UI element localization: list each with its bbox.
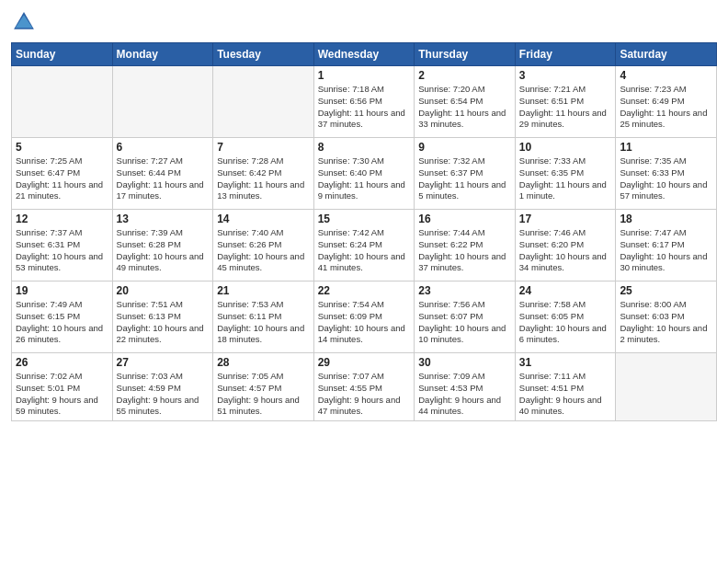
calendar-day: 10Sunrise: 7:33 AM Sunset: 6:35 PM Dayli… bbox=[515, 138, 616, 210]
calendar-week-5: 26Sunrise: 7:02 AM Sunset: 5:01 PM Dayli… bbox=[12, 353, 717, 421]
day-number: 26 bbox=[16, 356, 108, 369]
day-header-thursday: Thursday bbox=[415, 43, 516, 66]
day-number: 14 bbox=[217, 213, 310, 225]
calendar-week-1: 1Sunrise: 7:18 AM Sunset: 6:56 PM Daylig… bbox=[12, 66, 717, 138]
calendar-week-4: 19Sunrise: 7:49 AM Sunset: 6:15 PM Dayli… bbox=[12, 282, 717, 353]
calendar-day: 29Sunrise: 7:07 AM Sunset: 4:55 PM Dayli… bbox=[313, 353, 415, 421]
calendar-day: 1Sunrise: 7:18 AM Sunset: 6:56 PM Daylig… bbox=[313, 66, 415, 138]
day-number: 16 bbox=[418, 213, 511, 225]
day-number: 13 bbox=[117, 213, 210, 225]
calendar-day: 14Sunrise: 7:40 AM Sunset: 6:26 PM Dayli… bbox=[213, 210, 314, 282]
day-number: 29 bbox=[318, 356, 411, 369]
day-info: Sunrise: 7:30 AM Sunset: 6:40 PM Dayligh… bbox=[318, 155, 411, 202]
calendar-day: 12Sunrise: 7:37 AM Sunset: 6:31 PM Dayli… bbox=[12, 210, 113, 282]
calendar-day: 17Sunrise: 7:46 AM Sunset: 6:20 PM Dayli… bbox=[515, 210, 616, 282]
calendar-day: 16Sunrise: 7:44 AM Sunset: 6:22 PM Dayli… bbox=[415, 210, 516, 282]
day-info: Sunrise: 7:39 AM Sunset: 6:28 PM Dayligh… bbox=[117, 227, 210, 274]
day-info: Sunrise: 7:49 AM Sunset: 6:15 PM Dayligh… bbox=[16, 299, 108, 346]
calendar-header-row: SundayMondayTuesdayWednesdayThursdayFrid… bbox=[12, 43, 717, 66]
day-number: 10 bbox=[519, 141, 612, 154]
day-number: 6 bbox=[117, 141, 210, 154]
day-info: Sunrise: 7:53 AM Sunset: 6:11 PM Dayligh… bbox=[217, 299, 310, 346]
page-container: SundayMondayTuesdayWednesdayThursdayFrid… bbox=[0, 0, 728, 429]
logo bbox=[11, 9, 40, 35]
calendar-day: 19Sunrise: 7:49 AM Sunset: 6:15 PM Dayli… bbox=[12, 282, 113, 353]
day-info: Sunrise: 7:35 AM Sunset: 6:33 PM Dayligh… bbox=[620, 155, 712, 202]
calendar-week-2: 5Sunrise: 7:25 AM Sunset: 6:47 PM Daylig… bbox=[12, 138, 717, 210]
day-number: 4 bbox=[620, 69, 712, 82]
day-info: Sunrise: 7:54 AM Sunset: 6:09 PM Dayligh… bbox=[318, 299, 411, 346]
calendar-day: 27Sunrise: 7:03 AM Sunset: 4:59 PM Dayli… bbox=[112, 353, 213, 421]
calendar-week-3: 12Sunrise: 7:37 AM Sunset: 6:31 PM Dayli… bbox=[12, 210, 717, 282]
day-number: 8 bbox=[318, 141, 411, 154]
day-info: Sunrise: 7:46 AM Sunset: 6:20 PM Dayligh… bbox=[519, 227, 612, 274]
calendar-day bbox=[112, 66, 213, 138]
calendar-day: 11Sunrise: 7:35 AM Sunset: 6:33 PM Dayli… bbox=[616, 138, 717, 210]
day-info: Sunrise: 7:18 AM Sunset: 6:56 PM Dayligh… bbox=[318, 84, 411, 131]
day-number: 28 bbox=[217, 356, 310, 369]
day-info: Sunrise: 7:32 AM Sunset: 6:37 PM Dayligh… bbox=[418, 155, 511, 202]
calendar-day: 3Sunrise: 7:21 AM Sunset: 6:51 PM Daylig… bbox=[515, 66, 616, 138]
day-number: 15 bbox=[318, 213, 411, 225]
day-info: Sunrise: 7:42 AM Sunset: 6:24 PM Dayligh… bbox=[318, 227, 411, 274]
calendar-day bbox=[12, 66, 113, 138]
calendar-day: 22Sunrise: 7:54 AM Sunset: 6:09 PM Dayli… bbox=[313, 282, 415, 353]
day-number: 19 bbox=[16, 284, 108, 297]
day-info: Sunrise: 7:05 AM Sunset: 4:57 PM Dayligh… bbox=[217, 371, 310, 418]
calendar-day bbox=[616, 353, 717, 421]
day-info: Sunrise: 7:09 AM Sunset: 4:53 PM Dayligh… bbox=[418, 371, 511, 418]
day-number: 7 bbox=[217, 141, 310, 154]
day-number: 1 bbox=[318, 69, 411, 82]
calendar-table: SundayMondayTuesdayWednesdayThursdayFrid… bbox=[11, 42, 717, 421]
day-header-monday: Monday bbox=[112, 43, 213, 66]
svg-marker-1 bbox=[16, 15, 33, 28]
day-info: Sunrise: 7:28 AM Sunset: 6:42 PM Dayligh… bbox=[217, 155, 310, 202]
calendar-day: 26Sunrise: 7:02 AM Sunset: 5:01 PM Dayli… bbox=[12, 353, 113, 421]
calendar-day: 8Sunrise: 7:30 AM Sunset: 6:40 PM Daylig… bbox=[313, 138, 415, 210]
day-info: Sunrise: 7:25 AM Sunset: 6:47 PM Dayligh… bbox=[16, 155, 108, 202]
day-number: 30 bbox=[418, 356, 511, 369]
calendar-day: 18Sunrise: 7:47 AM Sunset: 6:17 PM Dayli… bbox=[616, 210, 717, 282]
day-info: Sunrise: 7:20 AM Sunset: 6:54 PM Dayligh… bbox=[418, 84, 511, 131]
day-number: 31 bbox=[519, 356, 612, 369]
day-info: Sunrise: 7:47 AM Sunset: 6:17 PM Dayligh… bbox=[620, 227, 712, 274]
day-info: Sunrise: 7:23 AM Sunset: 6:49 PM Dayligh… bbox=[620, 84, 712, 131]
calendar-day: 31Sunrise: 7:11 AM Sunset: 4:51 PM Dayli… bbox=[515, 353, 616, 421]
day-number: 24 bbox=[519, 284, 612, 297]
day-info: Sunrise: 7:03 AM Sunset: 4:59 PM Dayligh… bbox=[117, 371, 210, 418]
day-header-friday: Friday bbox=[515, 43, 616, 66]
calendar-day: 28Sunrise: 7:05 AM Sunset: 4:57 PM Dayli… bbox=[213, 353, 314, 421]
day-number: 20 bbox=[117, 284, 210, 297]
calendar-day: 23Sunrise: 7:56 AM Sunset: 6:07 PM Dayli… bbox=[415, 282, 516, 353]
day-number: 25 bbox=[620, 284, 712, 297]
day-number: 11 bbox=[620, 141, 712, 154]
calendar-day: 24Sunrise: 7:58 AM Sunset: 6:05 PM Dayli… bbox=[515, 282, 616, 353]
day-header-tuesday: Tuesday bbox=[213, 43, 314, 66]
calendar-day: 13Sunrise: 7:39 AM Sunset: 6:28 PM Dayli… bbox=[112, 210, 213, 282]
day-info: Sunrise: 7:27 AM Sunset: 6:44 PM Dayligh… bbox=[117, 155, 210, 202]
calendar-day: 25Sunrise: 8:00 AM Sunset: 6:03 PM Dayli… bbox=[616, 282, 717, 353]
calendar-day: 7Sunrise: 7:28 AM Sunset: 6:42 PM Daylig… bbox=[213, 138, 314, 210]
day-info: Sunrise: 7:58 AM Sunset: 6:05 PM Dayligh… bbox=[519, 299, 612, 346]
day-header-saturday: Saturday bbox=[616, 43, 717, 66]
day-number: 2 bbox=[418, 69, 511, 82]
calendar-day: 21Sunrise: 7:53 AM Sunset: 6:11 PM Dayli… bbox=[213, 282, 314, 353]
calendar-day: 2Sunrise: 7:20 AM Sunset: 6:54 PM Daylig… bbox=[415, 66, 516, 138]
day-number: 23 bbox=[418, 284, 511, 297]
day-info: Sunrise: 7:44 AM Sunset: 6:22 PM Dayligh… bbox=[418, 227, 511, 274]
calendar-day: 5Sunrise: 7:25 AM Sunset: 6:47 PM Daylig… bbox=[12, 138, 113, 210]
day-number: 18 bbox=[620, 213, 712, 225]
day-number: 3 bbox=[519, 69, 612, 82]
calendar-day: 9Sunrise: 7:32 AM Sunset: 6:37 PM Daylig… bbox=[415, 138, 516, 210]
day-info: Sunrise: 7:07 AM Sunset: 4:55 PM Dayligh… bbox=[318, 371, 411, 418]
day-number: 5 bbox=[16, 141, 108, 154]
logo-icon bbox=[11, 9, 37, 35]
day-info: Sunrise: 7:56 AM Sunset: 6:07 PM Dayligh… bbox=[418, 299, 511, 346]
day-info: Sunrise: 8:00 AM Sunset: 6:03 PM Dayligh… bbox=[620, 299, 712, 346]
calendar-day bbox=[213, 66, 314, 138]
day-number: 22 bbox=[318, 284, 411, 297]
day-number: 9 bbox=[418, 141, 511, 154]
day-number: 27 bbox=[117, 356, 210, 369]
day-info: Sunrise: 7:02 AM Sunset: 5:01 PM Dayligh… bbox=[16, 371, 108, 418]
header bbox=[11, 9, 717, 35]
